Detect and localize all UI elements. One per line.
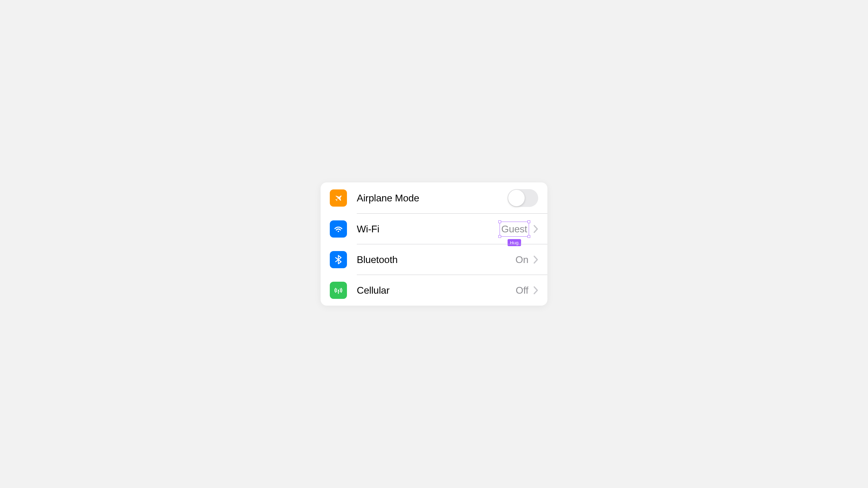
chevron-right-icon bbox=[533, 225, 538, 233]
wifi-icon bbox=[330, 220, 347, 238]
airplane-toggle[interactable] bbox=[507, 189, 538, 207]
chevron-right-icon bbox=[533, 286, 538, 295]
row-wifi[interactable]: Wi-Fi Guest Hug bbox=[320, 214, 548, 244]
selection-handle-top-left[interactable] bbox=[498, 220, 501, 223]
bluetooth-icon bbox=[330, 251, 347, 268]
wifi-value: Guest bbox=[501, 223, 527, 235]
chevron-right-icon bbox=[533, 255, 538, 264]
cellular-value: Off bbox=[516, 285, 529, 296]
row-label: Airplane Mode bbox=[357, 192, 507, 204]
row-cellular[interactable]: Cellular Off bbox=[320, 275, 548, 306]
canvas: Airplane Mode Wi-Fi Guest bbox=[0, 0, 868, 488]
cellular-icon bbox=[330, 282, 347, 299]
bluetooth-value: On bbox=[516, 254, 528, 266]
row-label: Bluetooth bbox=[357, 254, 516, 266]
airplane-icon bbox=[330, 189, 347, 207]
svg-point-0 bbox=[338, 231, 339, 232]
selection-handle-bottom-right[interactable] bbox=[527, 235, 530, 238]
settings-card: Airplane Mode Wi-Fi Guest bbox=[320, 182, 548, 306]
row-label: Wi-Fi bbox=[357, 223, 500, 235]
toggle-knob bbox=[508, 190, 525, 206]
selection-handle-top-right[interactable] bbox=[527, 220, 530, 223]
selection-handle-bottom-left[interactable] bbox=[498, 235, 501, 238]
row-bluetooth[interactable]: Bluetooth On bbox=[320, 244, 548, 275]
selection-frame[interactable]: Guest Hug bbox=[500, 223, 528, 235]
row-airplane-mode[interactable]: Airplane Mode bbox=[320, 182, 548, 214]
row-label: Cellular bbox=[357, 285, 516, 296]
